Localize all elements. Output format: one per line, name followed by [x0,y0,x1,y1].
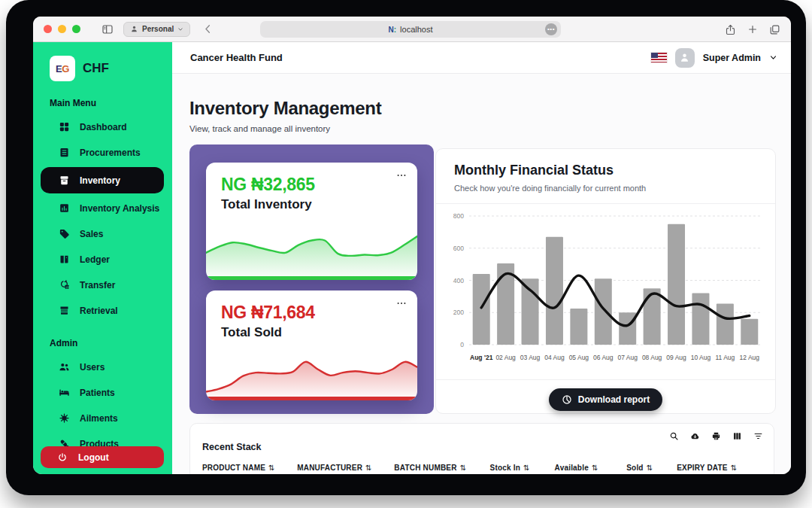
sidebar-item-dashboard[interactable]: Dashboard [41,116,164,138]
sidebar-item-inventory[interactable]: Inventory [41,167,164,193]
device-frame: Personal N: localhost ••• EG CHF Main Me… [6,0,806,495]
new-tab-icon[interactable] [747,24,758,35]
sidebar-item-label: Transfer [80,280,115,291]
total-inventory-card: NG ₦32,865 Total Inventory [206,163,417,280]
column-header-product-name[interactable]: PRODUCT NAME⇅ [202,464,297,472]
column-label: EXPIRY DATE [677,464,728,472]
svg-text:04 Aug: 04 Aug [544,354,565,361]
table-toolbar [669,431,763,441]
svg-text:11 Aug: 11 Aug [715,354,735,361]
card-menu-ellipsis-icon[interactable] [396,170,407,181]
sidebar-item-sales[interactable]: Sales [41,223,164,245]
financial-subtitle: Check how you're doing financially for c… [436,184,775,193]
brand-logo[interactable]: EG CHF [33,56,172,81]
url-text: localhost [400,25,432,34]
sidebar-item-label: Ailments [80,413,118,424]
sort-icon[interactable]: ⇅ [460,464,467,472]
sort-icon[interactable]: ⇅ [268,464,275,472]
svg-text:05 Aug: 05 Aug [569,354,589,361]
sidebar-item-label: Procurements [80,148,141,158]
transfer-icon [59,279,70,291]
tray-icon [59,305,70,316]
close-window-button[interactable] [44,25,52,33]
column-header-batch-number[interactable]: BATCH NUMBER⇅ [394,464,489,472]
minimize-window-button[interactable] [58,25,66,33]
financial-chart: 0200400600800Aug '2102 Aug03 Aug04 Aug05… [436,204,775,369]
columns-icon[interactable] [732,431,742,441]
total-sold-card: NG ₦71,684 Total Sold [206,291,417,400]
column-label: Available [555,464,589,472]
sort-icon[interactable]: ⇅ [523,464,530,472]
reader-options-icon[interactable]: ••• [545,23,557,35]
avatar[interactable] [675,48,695,68]
svg-text:600: 600 [453,245,464,252]
total-sold-value: NG ₦71,684 [221,303,402,323]
cloud-download-icon[interactable] [690,431,700,441]
person-icon [130,25,138,33]
sold-sparkline-chart [206,344,417,397]
us-flag-icon[interactable] [651,53,667,62]
bed-icon [59,387,70,398]
svg-text:400: 400 [453,277,464,284]
stats-panel: NG ₦32,865 Total Inventory NG ₦71,684 To… [189,144,434,414]
sidebar-item-transfer[interactable]: Transfer [41,274,164,296]
sidebar-item-ledger[interactable]: Ledger [41,248,164,270]
sort-icon[interactable]: ⇅ [731,464,738,472]
app-header: Cancer Health Fund Super Admin [172,42,791,74]
column-header-available[interactable]: Available⇅ [555,464,627,472]
sidebar-item-label: Ledger [80,254,110,265]
sort-icon[interactable]: ⇅ [365,464,372,472]
back-button[interactable] [202,23,214,35]
power-icon [57,452,68,463]
sidebar-item-procurements[interactable]: Procurements [41,141,164,163]
section-label-main-menu: Main Menu [50,98,172,108]
zoom-window-button[interactable] [72,25,80,33]
main-area: Cancer Health Fund Super Admin Inventory… [172,42,791,474]
filter-icon[interactable] [753,431,763,441]
svg-text:07 Aug: 07 Aug [617,354,638,361]
share-icon[interactable] [725,24,736,35]
sidebar-item-label: Inventory [80,175,120,186]
sort-icon[interactable]: ⇅ [647,464,653,472]
recent-stack-card: Recent Stack PRODUCT NAME⇅MANUFACTURER⇅B… [189,423,774,474]
user-menu-chevron-icon[interactable] [769,53,777,62]
sidebar-item-patients[interactable]: Patients [41,382,164,403]
tab-overview-icon[interactable] [769,24,780,35]
card-menu-ellipsis-icon[interactable] [396,298,407,309]
sidebar: EG CHF Main MenuDashboardProcurementsInv… [33,42,172,474]
download-report-button[interactable]: Download report [549,388,662,411]
app-title: Cancer Health Fund [190,52,283,63]
logo-icon: EG [50,56,75,81]
sidebar-toggle-icon[interactable] [102,23,114,35]
grid-icon [59,121,70,132]
svg-text:02 Aug: 02 Aug [495,354,516,361]
section-label-admin: Admin [50,338,172,348]
logout-button[interactable]: Logout [41,446,164,468]
total-inventory-value: NG ₦32,865 [221,175,402,195]
column-header-expiry-date[interactable]: EXPIRY DATE⇅ [677,464,762,472]
users-icon [59,361,70,373]
column-header-stock-in[interactable]: Stock In⇅ [490,464,555,472]
sidebar-item-label: Retrieval [80,306,118,316]
column-label: Sold [626,464,643,472]
search-icon[interactable] [669,431,679,441]
screenshot-canvas: Personal N: localhost ••• EG CHF Main Me… [0,0,812,508]
profile-label: Personal [142,25,174,33]
sidebar-item-retrieval[interactable]: Retrieval [41,300,164,321]
svg-text:06 Aug: 06 Aug [593,354,614,361]
logout-label: Logout [78,452,109,463]
address-bar[interactable]: N: localhost ••• [260,21,561,38]
total-inventory-label: Total Inventory [221,197,402,212]
sidebar-item-users[interactable]: Users [41,356,164,378]
virus-icon [59,412,70,424]
sort-icon[interactable]: ⇅ [592,464,598,472]
svg-text:10 Aug: 10 Aug [691,354,711,361]
column-header-manufacturer[interactable]: MANUFACTURER⇅ [297,464,394,472]
toolbar-right-icons [725,17,780,42]
browser-profile-button[interactable]: Personal [123,22,190,37]
brand-name: CHF [83,61,109,76]
column-header-sold[interactable]: Sold⇅ [626,464,677,472]
sidebar-item-ailments[interactable]: Ailments [41,407,164,429]
printer-icon[interactable] [711,431,721,441]
sidebar-item-inventory-analysis[interactable]: Inventory Analysis [41,197,164,219]
